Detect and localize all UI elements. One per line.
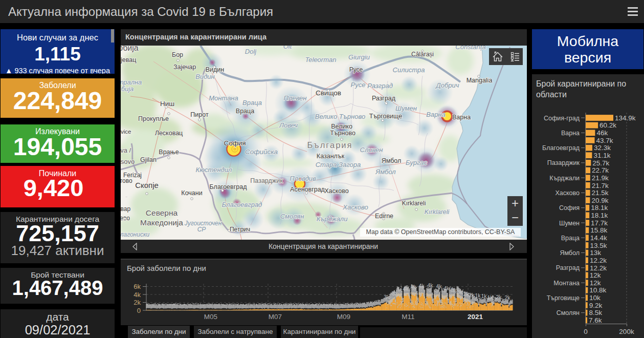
svg-text:7,5: 7,5	[436, 300, 444, 306]
svg-text:Монтана: Монтана	[209, 94, 238, 102]
svg-text:60.2k: 60.2k	[599, 121, 616, 129]
svg-text:ујевац: ујевац	[121, 56, 136, 64]
svg-text:Враца: Враца	[561, 235, 580, 242]
svg-text:10k: 10k	[589, 294, 601, 302]
svg-text:2021: 2021	[468, 313, 483, 321]
svg-text:Gjilan: Gjilan	[140, 156, 157, 163]
svg-text:Ferizaj: Ferizaj	[123, 172, 142, 179]
svg-text:M11: M11	[402, 313, 414, 321]
svg-text:6: 6	[426, 300, 429, 306]
svg-text:Ямбол: Ямбол	[382, 157, 402, 164]
svg-text:Kırklareli: Kırklareli	[425, 208, 450, 216]
svg-text:22.7k: 22.7k	[592, 166, 609, 174]
svg-text:Казанлък: Казанлък	[317, 153, 345, 160]
svg-text:България: България	[307, 140, 353, 150]
svg-text:Пазарджик: Пазарджик	[250, 177, 283, 184]
svg-text:12k: 12k	[590, 279, 601, 287]
svg-text:4k: 4k	[418, 283, 425, 289]
svg-text:Стара Загора: Стара Загора	[316, 161, 361, 168]
svg-text:Пловдив: Пловдив	[290, 175, 316, 182]
svg-text:Свищов: Свищов	[316, 89, 341, 97]
svg-text:Добрич: Добрич	[435, 81, 459, 89]
svg-text:Бургас: Бургас	[406, 159, 427, 166]
svg-text:21.5k: 21.5k	[592, 189, 609, 197]
svg-text:Търговище: Търговище	[547, 294, 580, 302]
svg-text:Търговище: Търговище	[369, 113, 402, 120]
svg-text:София-град: София-град	[544, 115, 580, 122]
svg-text:Скопје: Скопје	[135, 181, 159, 189]
svg-text:3k: 3k	[457, 289, 463, 295]
svg-text:Петрич: Петрич	[230, 226, 250, 233]
svg-text:Врање: Врање	[159, 149, 179, 156]
svg-text:Варна: Варна	[426, 111, 446, 118]
svg-text:4k: 4k	[436, 283, 442, 289]
svg-text:20.9k: 20.9k	[591, 197, 608, 204]
svg-text:София: София	[559, 204, 580, 212]
svg-text:3k: 3k	[451, 287, 457, 293]
svg-text:200k: 200k	[619, 328, 634, 335]
svg-text:Călărași: Călărași	[411, 51, 434, 58]
svg-text:10.8k: 10.8k	[589, 286, 606, 294]
svg-text:12.2k: 12.2k	[590, 264, 607, 272]
svg-text:3k: 3k	[392, 290, 398, 297]
svg-text:Giurgiu: Giurgiu	[348, 53, 370, 61]
svg-text:Ямбол: Ямбол	[560, 249, 580, 257]
svg-text:6,9: 6,9	[411, 300, 418, 306]
svg-text:Враца: Враца	[242, 99, 262, 107]
svg-text:Варна: Варна	[561, 130, 580, 137]
svg-text:1k: 1k	[475, 292, 481, 299]
svg-text:Ниш: Ниш	[160, 100, 174, 108]
svg-text:1k: 1k	[487, 294, 493, 301]
svg-text:Разград: Разград	[556, 264, 580, 271]
svg-text:13.5k: 13.5k	[590, 242, 607, 249]
svg-text:Кюстендил: Кюстендил	[196, 166, 233, 174]
svg-text:3k: 3k	[384, 294, 390, 300]
svg-text:София: София	[224, 139, 246, 147]
svg-text:СР: СР	[197, 226, 206, 233]
svg-text:4k: 4k	[443, 285, 450, 291]
svg-text:2k: 2k	[469, 292, 475, 298]
svg-text:Софийска: Софийска	[245, 148, 278, 156]
svg-text:Сливен: Сливен	[360, 146, 383, 154]
svg-text:Монтана: Монтана	[553, 280, 580, 287]
svg-text:Македонија: Македонија	[140, 218, 183, 227]
svg-text:рбија: рбија	[121, 46, 139, 52]
svg-text:Търново: Търново	[330, 130, 356, 137]
svg-text:Плевен: Плевен	[284, 94, 307, 102]
svg-text:Видин: Видин	[195, 73, 214, 80]
svg-text:Пазарджик: Пазарджик	[547, 159, 580, 166]
svg-text:Разград: Разград	[372, 95, 396, 102]
svg-text:Teleorman: Teleorman	[305, 56, 337, 64]
svg-text:Силистра: Силистра	[393, 66, 425, 74]
svg-text:Пирот: Пирот	[190, 111, 209, 118]
svg-text:ивар: ивар	[121, 205, 130, 213]
svg-text:Пелагониски: Пелагониски	[121, 231, 150, 238]
svg-text:Struga: Struga	[124, 218, 126, 219]
svg-text:M07: M07	[269, 313, 282, 321]
svg-text:Constanța: Constanța	[455, 46, 485, 51]
svg-text:31.1k: 31.1k	[593, 152, 610, 159]
svg-text:Видин: Видин	[206, 66, 225, 73]
svg-text:4k: 4k	[410, 284, 416, 290]
svg-text:Ямбол: Ямбол	[375, 168, 396, 176]
svg-text:2k: 2k	[504, 294, 510, 301]
svg-text:32.3k: 32.3k	[594, 144, 611, 152]
svg-text:Edirne: Edirne	[375, 213, 393, 220]
svg-text:Смолян: Смолян	[280, 213, 304, 220]
svg-text:Шумен: Шумен	[395, 104, 417, 112]
svg-text:17.7k: 17.7k	[591, 219, 608, 227]
svg-text:7: 7	[400, 300, 403, 306]
svg-text:4,7: 4,7	[449, 300, 457, 306]
svg-text:8.5k: 8.5k	[589, 309, 602, 316]
svg-text:21.7k: 21.7k	[592, 182, 609, 189]
svg-text:Русе: Русе	[351, 81, 366, 89]
svg-text:Шумен: Шумен	[559, 220, 580, 227]
svg-text:Благоевград: Благоевград	[210, 183, 248, 191]
svg-text:13k: 13k	[590, 249, 601, 257]
svg-text:Благоевград: Благоевград	[222, 201, 262, 208]
svg-text:0: 0	[584, 328, 588, 335]
svg-text:134.9k: 134.9k	[615, 114, 636, 122]
svg-text:Асеновград: Асеновград	[290, 186, 325, 193]
svg-text:Лесковац: Лесковац	[155, 130, 183, 137]
svg-text:1k: 1k	[481, 293, 487, 299]
